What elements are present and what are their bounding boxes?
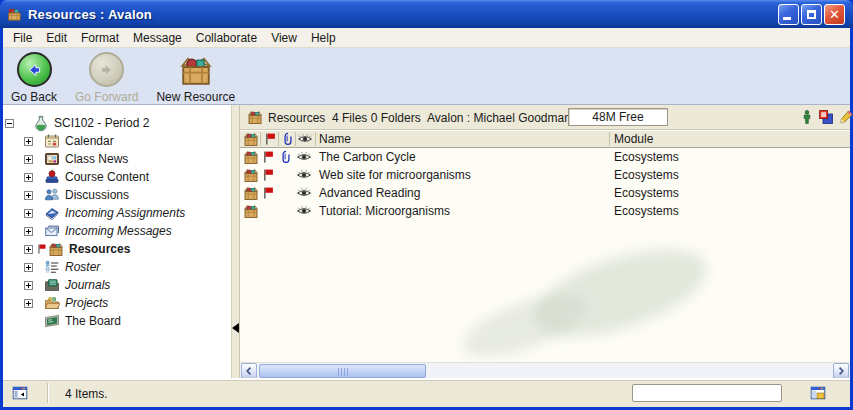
go-forward-label: Go Forward	[75, 90, 138, 104]
title-bar: Resources : Avalon ✕	[0, 0, 853, 28]
menu-help[interactable]: Help	[304, 29, 343, 47]
back-arrow-icon	[17, 52, 52, 87]
free-space-indicator: 48M Free	[568, 108, 668, 126]
menu-bar: File Edit Format Message Collaborate Vie…	[3, 28, 850, 48]
table-row[interactable]: Web site for microorganisms Ecosystems	[240, 166, 850, 184]
flag-icon	[260, 167, 276, 183]
scroll-left-button[interactable]	[241, 363, 257, 379]
scroll-right-button[interactable]	[833, 363, 849, 379]
table-row[interactable]: Tutorial: Microorganisms Ecosystems	[240, 202, 850, 220]
free-space-label: 48M Free	[592, 110, 643, 124]
close-button[interactable]: ✕	[824, 4, 845, 25]
column-header-module[interactable]: Module	[614, 132, 653, 146]
resources-crate-icon	[48, 241, 64, 257]
resource-crate-icon	[243, 149, 259, 165]
collapse-left-icon[interactable]	[232, 323, 239, 333]
sidebar-item-roster[interactable]: Roster	[3, 258, 231, 276]
sidebar-item-course-content[interactable]: Course Content	[3, 168, 231, 186]
column-separator	[609, 132, 610, 146]
chevron-left-icon	[242, 363, 256, 379]
collapse-minus-icon[interactable]	[5, 119, 14, 128]
incoming-messages-icon	[44, 223, 60, 239]
sidebar-item-journals[interactable]: Journals	[3, 276, 231, 294]
forward-arrow-icon	[89, 52, 124, 87]
tree-item-label: Resources	[69, 242, 130, 256]
sidebar-item-calendar[interactable]: Calendar	[3, 132, 231, 150]
expand-plus-icon[interactable]	[24, 227, 33, 236]
menu-file[interactable]: File	[6, 29, 39, 47]
column-separator	[315, 132, 316, 146]
column-separator	[278, 132, 279, 146]
new-resource-button[interactable]: New Resource	[154, 52, 237, 104]
tree-item-label: Discussions	[65, 188, 129, 202]
resource-name: Advanced Reading	[319, 186, 420, 200]
expand-plus-icon[interactable]	[24, 299, 33, 308]
sidebar-item-discussions[interactable]: Discussions	[3, 186, 231, 204]
resource-module: Ecosystems	[614, 204, 679, 218]
resources-crate-icon	[247, 109, 263, 125]
column-eye-icon[interactable]	[297, 131, 313, 147]
menu-collaborate[interactable]: Collaborate	[189, 29, 264, 47]
column-header-name[interactable]: Name	[319, 132, 351, 146]
panel-title: Resources	[268, 111, 325, 125]
tree-item-label: Incoming Assignments	[65, 206, 185, 220]
column-separator	[260, 132, 261, 146]
resource-list: The Carbon Cycle Ecosystems Web site for…	[240, 148, 850, 362]
expand-plus-icon[interactable]	[24, 191, 33, 200]
sidebar-item-class-news[interactable]: Class News	[3, 150, 231, 168]
pencil-icon[interactable]	[838, 109, 853, 125]
tree-root-course[interactable]: SCI102 - Period 2	[3, 114, 231, 132]
client-area: File Edit Format Message Collaborate Vie…	[3, 28, 850, 407]
expand-plus-icon[interactable]	[24, 263, 33, 272]
resource-module: Ecosystems	[614, 186, 679, 200]
scrollbar-thumb[interactable]	[259, 364, 426, 378]
layers-icon[interactable]	[818, 109, 834, 125]
menu-format[interactable]: Format	[74, 29, 126, 47]
column-paperclip-icon[interactable]	[280, 131, 296, 147]
panel-toggle-icon[interactable]	[12, 385, 28, 401]
new-resource-label: New Resource	[156, 90, 235, 104]
person-icon[interactable]	[799, 109, 815, 125]
status-bar: 4 Items.	[3, 378, 850, 407]
menu-message[interactable]: Message	[126, 29, 189, 47]
thumb-grip	[338, 368, 348, 376]
flag-icon	[260, 185, 276, 201]
expand-plus-icon[interactable]	[24, 281, 33, 290]
resources-panel: Resources 4 Files 0 Folders Avalon : Mic…	[240, 105, 850, 378]
expand-plus-icon[interactable]	[24, 155, 33, 164]
expand-plus-icon[interactable]	[24, 173, 33, 182]
horizontal-scrollbar[interactable]	[240, 362, 850, 378]
sidebar-item-the-board[interactable]: The Board	[3, 312, 231, 330]
discussions-icon	[44, 187, 60, 203]
sidebar-item-projects[interactable]: Projects	[3, 294, 231, 312]
sidebar-item-resources[interactable]: Resources	[3, 240, 231, 258]
course-tree: SCI102 - Period 2 Calendar Class News Co…	[3, 105, 232, 378]
menu-edit[interactable]: Edit	[39, 29, 74, 47]
panel-splitter[interactable]	[232, 105, 240, 378]
minimize-button[interactable]	[778, 4, 799, 25]
tree-item-label: The Board	[65, 314, 121, 328]
tree-root-label: SCI102 - Period 2	[54, 116, 149, 130]
column-flag-icon[interactable]	[262, 131, 278, 147]
table-row[interactable]: Advanced Reading Ecosystems	[240, 184, 850, 202]
menu-view[interactable]: View	[264, 29, 304, 47]
sidebar-item-incoming-messages[interactable]: Incoming Messages	[3, 222, 231, 240]
go-back-button[interactable]: Go Back	[9, 52, 59, 104]
files-folders-summary: 4 Files 0 Folders	[332, 111, 421, 125]
maximize-button[interactable]	[801, 4, 822, 25]
tree-item-label: Roster	[65, 260, 100, 274]
expand-plus-icon[interactable]	[24, 245, 33, 254]
window-controls: ✕	[778, 4, 845, 25]
layout-toggle-icon[interactable]	[810, 385, 826, 401]
items-count-label: 4 Items.	[65, 387, 108, 401]
go-forward-button[interactable]: Go Forward	[73, 52, 140, 104]
column-crate-icon[interactable]	[243, 131, 259, 147]
table-row[interactable]: The Carbon Cycle Ecosystems	[240, 148, 850, 166]
close-icon: ✕	[829, 8, 840, 21]
go-back-label: Go Back	[11, 90, 57, 104]
expand-plus-icon[interactable]	[24, 209, 33, 218]
sidebar-item-incoming-assignments[interactable]: Incoming Assignments	[3, 204, 231, 222]
expand-plus-icon[interactable]	[24, 137, 33, 146]
resource-crate-icon	[243, 167, 259, 183]
tree-item-label: Journals	[65, 278, 110, 292]
